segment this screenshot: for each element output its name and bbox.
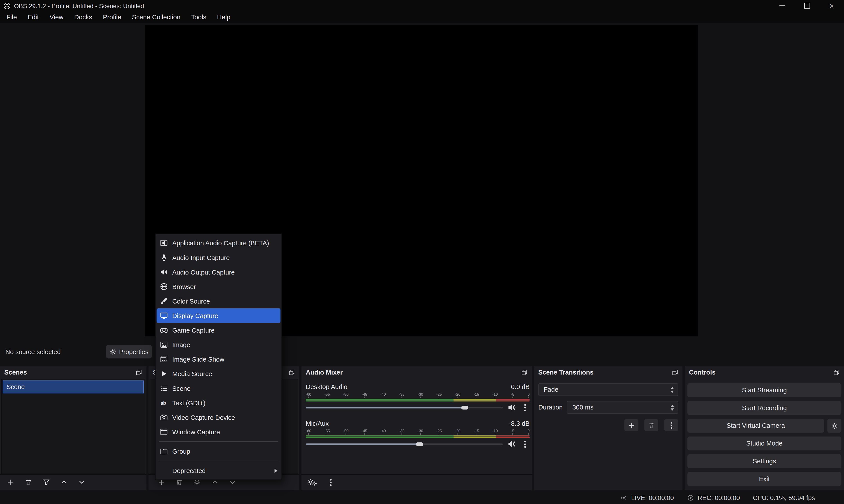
gear-icon (109, 348, 116, 355)
menu-item-media-source[interactable]: Media Source (157, 366, 280, 381)
exit-button[interactable]: Exit (687, 472, 841, 486)
menu-item-game-capture[interactable]: Game Capture (157, 323, 280, 337)
close-button[interactable]: × (819, 0, 844, 11)
level-meter (306, 399, 530, 401)
speaker-icon[interactable] (508, 439, 516, 448)
menu-scene-collection[interactable]: Scene Collection (127, 11, 186, 23)
menu-profile[interactable]: Profile (97, 11, 127, 23)
paint-brush-icon (160, 297, 168, 305)
menu-item-color-source[interactable]: Color Source (157, 294, 280, 308)
menu-item-image-slide-show[interactable]: Image Slide Show (157, 352, 280, 366)
virtual-camera-settings-button[interactable] (827, 419, 841, 433)
menu-docks[interactable]: Docks (69, 11, 97, 23)
menu-item-deprecated[interactable]: Deprecated (157, 463, 280, 478)
start-recording-button[interactable]: Start Recording (687, 401, 841, 415)
minimize-button[interactable] (770, 0, 794, 11)
transition-select[interactable]: Fade (538, 383, 678, 396)
cpu-fps-stats: CPU: 0.1%, 59.94 fps (753, 494, 815, 502)
slideshow-icon (160, 355, 168, 363)
maximize-button[interactable] (794, 0, 820, 11)
camera-icon (160, 413, 168, 421)
menu-item-text-gdi[interactable]: ab Text (GDI+) (157, 396, 280, 410)
spinner-arrows-icon[interactable] (671, 404, 674, 410)
mixer-channel-mic-aux: Mic/Aux -8.3 dB -60 -55 -50 -45 -40 -35 … (306, 419, 530, 448)
channel-options-kebab[interactable] (521, 440, 528, 448)
move-scene-up-button[interactable] (60, 478, 68, 486)
menu-view[interactable]: View (44, 11, 69, 23)
channel-volume-db: -8.3 dB (509, 419, 529, 427)
scene-list-item[interactable]: Scene (3, 380, 144, 393)
menu-help[interactable]: Help (212, 11, 236, 23)
live-time: LIVE: 00:00:00 (631, 494, 674, 502)
list-icon (160, 384, 168, 392)
microphone-icon (160, 253, 168, 262)
menu-item-group[interactable]: Group (157, 444, 280, 458)
titlebar: OBS 29.1.2 - Profile: Untitled - Scenes:… (0, 0, 844, 11)
add-scene-button[interactable] (6, 478, 15, 486)
duration-input[interactable]: 300 ms (567, 401, 678, 414)
speaker-waves-icon (160, 268, 168, 276)
menu-item-video-capture-device[interactable]: Video Capture Device (157, 410, 280, 425)
channel-name: Desktop Audio (306, 383, 347, 390)
transition-options-kebab[interactable] (664, 419, 678, 431)
scene-transitions-dock: Scene Transitions Fade Duration 300 ms (534, 366, 683, 490)
scenes-toolbar (0, 474, 146, 490)
remove-scene-button[interactable] (24, 478, 33, 486)
menu-item-browser[interactable]: Browser (157, 280, 280, 294)
live-status-icon (621, 494, 628, 502)
channel-name: Mic/Aux (306, 419, 329, 427)
menu-file[interactable]: File (1, 11, 22, 23)
submenu-arrow-icon (274, 468, 277, 473)
popout-icon[interactable] (833, 369, 840, 376)
volume-slider[interactable] (306, 404, 503, 411)
scene-filters-button[interactable] (42, 478, 51, 486)
duration-label: Duration (538, 403, 562, 411)
popout-icon[interactable] (672, 369, 678, 376)
application-audio-capture-icon (160, 239, 168, 247)
mixer-options-kebab[interactable] (327, 479, 334, 486)
play-icon (160, 370, 168, 378)
gear-icon (831, 422, 838, 429)
minimize-icon (779, 5, 785, 6)
menu-edit[interactable]: Edit (22, 11, 44, 23)
controls-dock-title: Controls (689, 368, 716, 376)
rec-status-icon (687, 494, 694, 502)
menu-item-application-audio-capture[interactable]: Application Audio Capture (BETA) (157, 236, 280, 250)
menu-item-scene[interactable]: Scene (157, 381, 280, 395)
add-source-menu: Application Audio Capture (BETA) Audio I… (155, 234, 282, 480)
volume-slider[interactable] (306, 440, 503, 448)
advanced-audio-properties-icon[interactable] (307, 479, 317, 486)
settings-button[interactable]: Settings (687, 454, 841, 468)
popout-icon[interactable] (136, 369, 142, 376)
channel-options-kebab[interactable] (521, 404, 528, 411)
menu-item-audio-input-capture[interactable]: Audio Input Capture (157, 250, 280, 265)
popout-icon[interactable] (288, 369, 295, 376)
audio-mixer-dock: Audio Mixer Desktop Audio 0.0 dB -60 -55… (301, 366, 532, 490)
combo-arrows-icon (671, 386, 674, 393)
mixer-toolbar (301, 474, 532, 490)
menu-item-audio-output-capture[interactable]: Audio Output Capture (157, 265, 280, 280)
menu-item-window-capture[interactable]: Window Capture (157, 425, 280, 439)
menu-item-image[interactable]: Image (157, 337, 280, 352)
menu-bar: File Edit View Docks Profile Scene Colle… (0, 11, 844, 23)
audio-mixer-dock-title: Audio Mixer (306, 368, 343, 376)
properties-button[interactable]: Properties (106, 345, 152, 358)
move-scene-down-button[interactable] (77, 478, 86, 486)
folder-icon (160, 447, 168, 455)
status-bar: LIVE: 00:00:00 REC: 00:00:00 CPU: 0.1%, … (0, 491, 844, 504)
popout-icon[interactable] (521, 369, 527, 376)
globe-icon (160, 283, 168, 291)
window-title: OBS 29.1.2 - Profile: Untitled - Scenes:… (14, 2, 144, 9)
menu-separator (159, 442, 278, 442)
start-virtual-camera-button[interactable]: Start Virtual Camera (687, 419, 824, 433)
maximize-icon (804, 3, 810, 8)
image-icon (160, 341, 168, 349)
speaker-icon[interactable] (508, 403, 516, 412)
add-transition-button[interactable] (624, 419, 639, 431)
meter-scale: -60 -55 -50 -45 -40 -35 -30 -25 -20 -15 … (306, 392, 530, 398)
studio-mode-button[interactable]: Studio Mode (687, 436, 841, 451)
start-streaming-button[interactable]: Start Streaming (687, 383, 841, 397)
menu-tools[interactable]: Tools (186, 11, 212, 23)
remove-transition-button[interactable] (644, 419, 659, 431)
menu-item-display-capture[interactable]: Display Capture (157, 308, 280, 323)
